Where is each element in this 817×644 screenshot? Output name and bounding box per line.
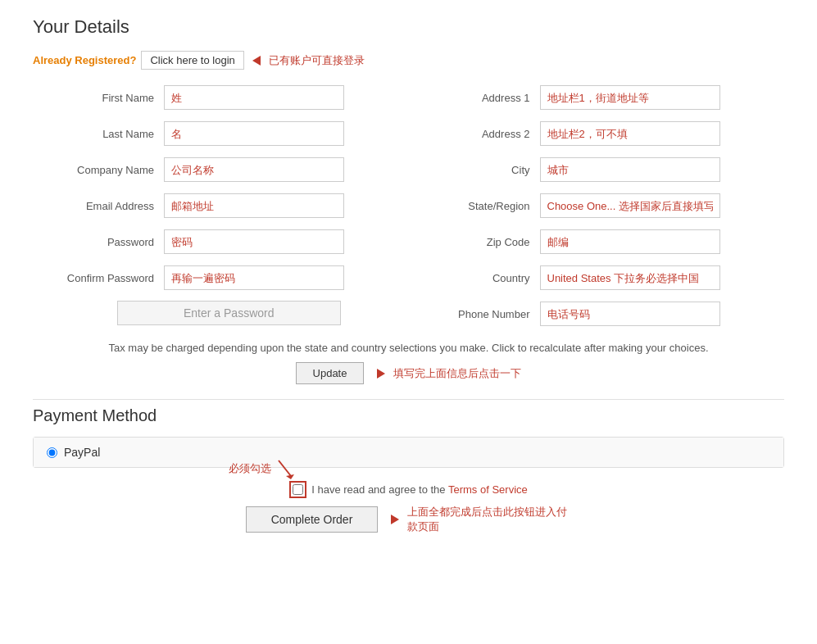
update-button[interactable]: Update bbox=[296, 362, 365, 384]
confirm-password-input[interactable] bbox=[164, 265, 344, 290]
country-label: Country bbox=[433, 272, 540, 284]
address2-row: Address 2 bbox=[425, 116, 785, 152]
last-name-row: Last Name bbox=[49, 116, 409, 152]
paypal-option: PayPal bbox=[34, 438, 783, 467]
enter-password-row: Enter a Password bbox=[49, 301, 409, 325]
address2-label: Address 2 bbox=[433, 128, 540, 140]
terms-text: I have read and agree to the Terms of Se… bbox=[311, 483, 528, 496]
login-link-button[interactable]: Click here to login bbox=[141, 51, 243, 70]
form-grid: First Name Last Name Company Name Email … bbox=[33, 79, 784, 333]
city-row: City bbox=[425, 152, 785, 188]
payment-section-title: Payment Method bbox=[33, 406, 784, 425]
right-column: Address 1 Address 2 City State/Region Zi… bbox=[409, 79, 785, 333]
terms-area: 必须勾选 I have read and agree to the Terms … bbox=[33, 481, 784, 498]
state-label: State/Region bbox=[433, 200, 540, 212]
company-name-label: Company Name bbox=[57, 164, 164, 176]
city-input[interactable] bbox=[540, 157, 720, 182]
payment-section: PayPal bbox=[33, 437, 784, 468]
zip-row: Zip Code bbox=[425, 224, 785, 260]
zip-label: Zip Code bbox=[433, 236, 540, 248]
password-label: Password bbox=[57, 236, 164, 248]
update-annotation-text: 填写完上面信息后点击一下 bbox=[393, 366, 521, 381]
address2-input[interactable] bbox=[540, 121, 720, 146]
terms-before-text: I have read and agree to the bbox=[311, 483, 448, 496]
password-row: Password bbox=[49, 224, 409, 260]
country-row: Country bbox=[425, 260, 785, 296]
tax-notice: Tax may be charged depending upon the st… bbox=[33, 342, 784, 354]
phone-label: Phone Number bbox=[433, 308, 540, 320]
arrow-left-icon-2 bbox=[391, 515, 399, 524]
terms-checkbox[interactable] bbox=[293, 484, 303, 495]
arrow-left-icon bbox=[377, 369, 385, 379]
already-registered-row: Already Registered? Click here to login … bbox=[33, 51, 784, 70]
confirm-password-row: Confirm Password bbox=[49, 260, 409, 296]
section-title: Your Details bbox=[33, 16, 784, 38]
email-row: Email Address bbox=[49, 188, 409, 224]
must-check-block: 必须勾选 bbox=[229, 456, 299, 481]
section-divider bbox=[33, 399, 784, 400]
password-input[interactable] bbox=[164, 229, 344, 254]
first-name-input[interactable] bbox=[164, 85, 344, 110]
update-row: Update 填写完上面信息后点击一下 bbox=[33, 362, 784, 384]
paypal-label[interactable]: PayPal bbox=[47, 446, 770, 459]
last-name-label: Last Name bbox=[57, 128, 164, 140]
first-name-row: First Name bbox=[49, 79, 409, 116]
state-row: State/Region bbox=[425, 188, 785, 224]
email-label: Email Address bbox=[57, 200, 164, 212]
city-label: City bbox=[433, 164, 540, 176]
complete-annotation-block: 上面全都完成后点击此按钮进入付款页面 bbox=[391, 505, 571, 534]
enter-password-button[interactable]: Enter a Password bbox=[117, 301, 341, 325]
terms-checkbox-wrapper bbox=[289, 481, 306, 498]
arrow-icon bbox=[252, 56, 261, 66]
phone-input[interactable] bbox=[540, 302, 720, 326]
left-column: First Name Last Name Company Name Email … bbox=[33, 79, 409, 333]
last-name-input[interactable] bbox=[164, 121, 344, 146]
terms-link[interactable]: Terms of Service bbox=[448, 483, 528, 496]
svg-line-0 bbox=[279, 460, 291, 476]
company-name-row: Company Name bbox=[49, 152, 409, 188]
phone-row: Phone Number bbox=[425, 296, 785, 332]
first-name-label: First Name bbox=[57, 92, 164, 104]
address1-label: Address 1 bbox=[433, 92, 540, 104]
must-check-annotation: 必须勾选 bbox=[229, 461, 271, 476]
zip-input[interactable] bbox=[540, 229, 720, 254]
state-input[interactable] bbox=[540, 193, 720, 218]
country-input[interactable] bbox=[540, 265, 720, 290]
already-registered-label: Already Registered? bbox=[33, 54, 136, 66]
complete-order-button[interactable]: Complete Order bbox=[246, 506, 379, 533]
complete-annotation-text: 上面全都完成后点击此按钮进入付款页面 bbox=[407, 505, 571, 534]
address1-row: Address 1 bbox=[425, 79, 785, 116]
confirm-password-label: Confirm Password bbox=[57, 272, 164, 284]
paypal-text: PayPal bbox=[64, 446, 100, 459]
paypal-radio[interactable] bbox=[47, 447, 57, 458]
company-name-input[interactable] bbox=[164, 157, 344, 182]
address1-input[interactable] bbox=[540, 85, 720, 110]
update-annotation-block: 填写完上面信息后点击一下 bbox=[377, 366, 521, 381]
email-input[interactable] bbox=[164, 193, 344, 218]
complete-order-row: Complete Order 上面全都完成后点击此按钮进入付款页面 bbox=[33, 505, 784, 534]
arrow-down-left-icon bbox=[275, 456, 299, 481]
login-annotation: 已有账户可直接登录 bbox=[269, 53, 365, 68]
